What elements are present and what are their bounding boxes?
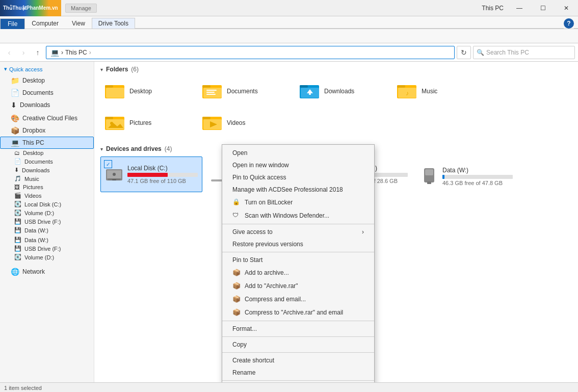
ctx-compress-archive-email-label: Compress to "Archive.rar" and email (245, 309, 343, 316)
sidebar-sub-desktop-icon: 🗂 (14, 150, 20, 156)
folder-item-pictures[interactable]: Pictures (100, 109, 195, 137)
sidebar-item-creative-cloud[interactable]: 🎨 Creative Cloud Files (0, 112, 94, 124)
ctx-compress-email[interactable]: 📦 Compress and email... (222, 293, 374, 306)
sidebar-sub-desktop-label: Desktop (23, 150, 43, 156)
sidebar-sub-data-w2[interactable]: 💾 Data (W:) (0, 236, 94, 244)
drive-item-w[interactable]: Data (W:) 46.3 GB free of 47.8 GB (415, 159, 517, 194)
ctx-open-new-window[interactable]: Open in new window (222, 159, 374, 171)
sidebar-sub-volume-d-icon: 💽 (14, 210, 21, 216)
ctx-rename[interactable]: Rename (222, 367, 374, 379)
ctx-add-archive-rar-label: Add to "Archive.rar" (245, 282, 298, 290)
ctx-sep-3 (222, 321, 374, 321)
ctx-pin-quick-access-label: Pin to Quick access (232, 174, 286, 181)
ctx-add-archive-rar[interactable]: 📦 Add to "Archive.rar" (222, 279, 374, 293)
svg-rect-8 (206, 94, 216, 95)
drive-c-size: 47.1 GB free of 110 GB (127, 178, 198, 184)
refresh-button[interactable]: ↻ (457, 46, 471, 59)
folders-arrow-icon: ▾ (100, 67, 103, 72)
ctx-copy[interactable]: Copy (222, 338, 374, 351)
tab-computer[interactable]: Computer (25, 18, 65, 29)
ctx-bitlocker[interactable]: 🔒 Turn on BitLocker (222, 196, 374, 209)
ribbon-toolbar (0, 29, 578, 43)
tab-view[interactable]: View (65, 18, 92, 29)
sidebar-section-this-pc: 💻 This PC 🗂 Desktop 📄 Documents ⬇ Downlo… (0, 137, 94, 234)
drives-arrow-icon: ▾ (100, 146, 103, 152)
window-controls: — ☐ ✕ (508, 0, 578, 16)
drive-item-c[interactable]: ✓ Local Disk (C:) (100, 156, 202, 192)
folders-title: Folders (106, 66, 128, 73)
sidebar-item-downloads[interactable]: ⬇ Downloads (0, 99, 94, 111)
sidebar-sub-music[interactable]: 🎵 Music (0, 174, 94, 183)
manage-tab[interactable]: Manage (65, 4, 97, 13)
sidebar-sub-usb-f2[interactable]: 💾 USB Drive (F:) (0, 244, 94, 253)
sidebar-sub-documents[interactable]: 📄 Documents (0, 157, 94, 166)
address-path[interactable]: 💻 › This PC › (46, 46, 455, 59)
folder-videos-icon (202, 113, 223, 133)
drive-w-bar-container (442, 175, 513, 179)
tab-drive-tools[interactable]: Drive Tools (92, 18, 135, 29)
help-button[interactable]: ? (564, 18, 574, 29)
sidebar-item-this-pc[interactable]: 💻 This PC (0, 137, 94, 149)
sidebar-item-network[interactable]: 🌐 Network (0, 266, 94, 278)
tab-file[interactable]: File (0, 18, 25, 29)
sidebar-item-this-pc-label: This PC (22, 139, 44, 146)
folder-documents-label: Documents (227, 88, 258, 95)
defender-icon: 🛡 (232, 212, 241, 220)
sidebar-item-documents[interactable]: 📄 Documents (0, 87, 94, 99)
quick-access-header[interactable]: ▾ Quick access (0, 64, 94, 74)
rar-icon-4: 📦 (232, 308, 241, 317)
ctx-restore-versions[interactable]: Restore previous versions (222, 238, 374, 250)
rar-icon-2: 📦 (232, 282, 241, 290)
ctx-open[interactable]: Open (222, 147, 374, 159)
close-button[interactable]: ✕ (555, 0, 578, 16)
folder-item-videos[interactable]: Videos (198, 109, 292, 137)
ctx-compress-archive-email[interactable]: 📦 Compress to "Archive.rar" and email (222, 306, 374, 319)
sidebar-sub-pictures[interactable]: 🖼 Pictures (0, 183, 94, 191)
folder-downloads-label: Downloads (324, 88, 354, 95)
folders-section-header: ▾ Folders (6) (100, 66, 572, 73)
back-button[interactable]: ‹ (3, 46, 15, 59)
ctx-give-access[interactable]: Give access to › (222, 226, 374, 238)
search-box[interactable]: 🔍 Search This PC (473, 46, 575, 59)
ctx-pin-quick-access[interactable]: Pin to Quick access (222, 171, 374, 184)
sidebar-sub-desktop[interactable]: 🗂 Desktop (0, 149, 94, 157)
svg-rect-4 (202, 85, 211, 88)
sidebar-sub-downloads-icon: ⬇ (14, 167, 19, 173)
ctx-windows-defender[interactable]: 🛡 Scan with Windows Defender... (222, 209, 374, 222)
folder-item-documents[interactable]: Documents (198, 77, 292, 106)
sidebar-sub-volume-d[interactable]: 💽 Volume (D:) (0, 208, 94, 217)
context-menu: Open Open in new window Pin to Quick acc… (222, 144, 375, 382)
folder-item-music[interactable]: ♪ Music (392, 77, 487, 106)
sidebar-item-dropbox[interactable]: 📦 Dropbox (0, 124, 94, 137)
ctx-give-access-label: Give access to (232, 228, 273, 236)
sidebar-sub-usb-f[interactable]: 💾 USB Drive (F:) (0, 217, 94, 226)
sidebar-sub-downloads[interactable]: ⬇ Downloads (0, 166, 94, 174)
sidebar-sub-videos[interactable]: 🎬 Videos (0, 191, 94, 200)
drive-c-checkbox[interactable]: ✓ (104, 160, 112, 168)
sidebar-sub-data-w[interactable]: 💾 Data (W:) (0, 226, 94, 234)
search-placeholder: Search This PC (486, 49, 529, 56)
ctx-add-archive[interactable]: 📦 Add to archive... (222, 266, 374, 279)
ctx-pin-start[interactable]: Pin to Start (222, 254, 374, 266)
checkmark-icon: ✓ (106, 162, 110, 167)
forward-button[interactable]: › (17, 46, 30, 59)
titlebar: ThủThuậtPhanMem.vn Manage This PC — ☐ ✕ (0, 0, 578, 16)
sidebar-sub-volume-d2-label: Volume (D:) (24, 254, 54, 260)
sidebar-sub-local-disk[interactable]: 💽 Local Disk (C:) (0, 200, 94, 208)
ctx-format[interactable]: Format... (222, 323, 374, 335)
sidebar-sub-documents-label: Documents (24, 159, 53, 165)
app-logo: ThủThuậtPhanMem.vn (0, 0, 61, 16)
this-pc-icon: 💻 (11, 139, 19, 147)
content-area: ▾ Folders (6) Desktop (94, 62, 578, 382)
sidebar-sub-data-w2-icon: 💾 (14, 237, 21, 243)
folder-item-desktop[interactable]: Desktop (100, 77, 195, 106)
sidebar-item-desktop[interactable]: 📁 Desktop (0, 74, 94, 87)
maximize-button[interactable]: ☐ (531, 0, 555, 16)
minimize-button[interactable]: — (508, 0, 531, 16)
ctx-create-shortcut[interactable]: Create shortcut (222, 354, 374, 367)
folder-item-downloads[interactable]: Downloads (295, 77, 389, 106)
ctx-manage-acdsee[interactable]: Manage with ACDSee Professional 2018 (222, 184, 374, 196)
sidebar-sub-volume-d2[interactable]: 💽 Volume (D:) (0, 253, 94, 262)
folder-videos-label: Videos (227, 119, 245, 126)
up-button[interactable]: ↑ (32, 46, 44, 59)
